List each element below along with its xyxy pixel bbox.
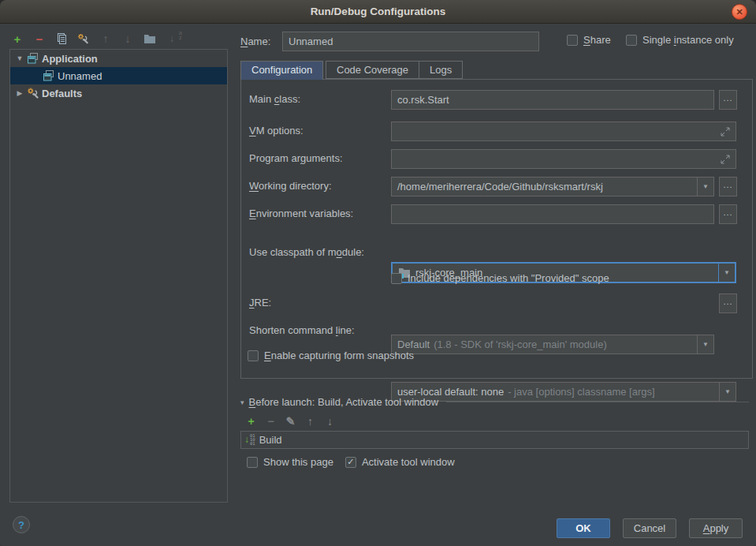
jre-hint: (1.8 - SDK of 'rskj-core_main' module) (434, 338, 607, 350)
capture-snapshots-checkbox[interactable]: Enable capturing form snapshots (248, 350, 414, 361)
program-arguments-input[interactable] (391, 149, 736, 169)
main-class-input[interactable]: co.rsk.Start (391, 90, 714, 110)
checkbox-box[interactable] (247, 457, 258, 468)
new-folder-icon[interactable] (143, 32, 156, 45)
include-provided-checkbox[interactable]: Include dependencies with "Provided" sco… (391, 272, 609, 284)
share-label: Share (583, 34, 611, 46)
checkbox-box[interactable] (248, 350, 259, 361)
before-launch-task-list: ↓ 01 10 01 Build (240, 431, 749, 449)
program-arguments-label: Program arguments: (249, 152, 343, 164)
capture-snapshots-label: Enable capturing form snapshots (264, 350, 414, 361)
apply-button[interactable]: Apply (689, 518, 743, 538)
tree-item-defaults[interactable]: ▶ Defaults (10, 84, 227, 102)
classpath-module-label: Use classpath of module: (249, 246, 364, 258)
ok-button[interactable]: OK (557, 518, 610, 538)
chevron-expanded-icon[interactable]: ▼ (13, 54, 26, 62)
tab-configuration[interactable]: Configuration (240, 61, 323, 80)
include-provided-label: Include dependencies with "Provided" sco… (408, 272, 609, 284)
checkbox-box[interactable] (391, 273, 402, 284)
main-class-browse-button[interactable]: ... (719, 90, 737, 110)
jre-label: JRE: (249, 297, 271, 309)
expand-editor-icon[interactable] (721, 127, 730, 136)
checkbox-box[interactable] (567, 35, 578, 46)
copy-configuration-icon[interactable] (55, 32, 68, 45)
close-button[interactable]: ✕ (732, 4, 747, 20)
section-divider (446, 402, 749, 402)
show-this-page-checkbox[interactable]: Show this page (247, 456, 333, 468)
dialog-title: Run/Debug Configurations (0, 0, 756, 23)
sort-configurations-icon[interactable]: ↓ a z (166, 32, 178, 45)
name-label: Name: (240, 36, 270, 47)
tree-item-label: Unnamed (56, 70, 102, 82)
configurations-tree: ▼ Application Unnamed ▶ (9, 49, 228, 503)
application-icon (42, 69, 56, 82)
add-configuration-icon[interactable]: + (11, 32, 24, 45)
move-task-down-icon[interactable]: ↓ (326, 415, 334, 428)
jre-browse-button[interactable]: ... (719, 294, 737, 313)
configuration-panel: Main class: co.rsk.Start ... VM options:… (240, 79, 753, 379)
run-debug-configurations-dialog: Run/Debug Configurations ✕ + − (0, 0, 756, 546)
close-icon: ✕ (736, 7, 743, 17)
working-directory-browse-button[interactable]: ... (719, 177, 737, 196)
remove-task-icon[interactable]: − (266, 415, 275, 428)
chevron-down-icon[interactable]: ▼ (697, 335, 713, 353)
before-launch-title: Before launch: Build, Activate tool wind… (249, 396, 439, 408)
application-icon (26, 52, 40, 65)
expand-editor-icon[interactable] (721, 155, 730, 164)
before-launch-toolbar: + − ✎ ↑ ↓ (247, 415, 334, 428)
title-bar: Run/Debug Configurations ✕ (0, 0, 756, 24)
vm-options-input[interactable] (391, 122, 736, 141)
task-build[interactable]: ↓ 01 10 01 Build (241, 432, 748, 448)
before-launch-options: Show this page ✓ Activate tool window (247, 456, 455, 468)
chevron-collapsed-icon[interactable]: ▶ (13, 89, 26, 97)
tree-item-unnamed[interactable]: Unnamed (10, 67, 227, 84)
remove-configuration-icon[interactable]: − (33, 32, 46, 45)
tree-item-label: Application (40, 53, 98, 65)
chevron-down-icon[interactable]: ▼ (718, 264, 735, 282)
section-collapse-icon[interactable]: ▾ (240, 398, 244, 406)
environment-variables-label: Environment variables: (249, 208, 353, 219)
jre-combobox[interactable]: Default (1.8 - SDK of 'rskj-core_main' m… (391, 335, 714, 354)
tab-code-coverage[interactable]: Code Coverage (326, 61, 419, 79)
show-this-page-label: Show this page (263, 456, 333, 468)
main-class-label: Main class: (249, 93, 300, 105)
edit-defaults-icon[interactable] (77, 32, 90, 45)
move-up-icon[interactable]: ↑ (99, 32, 112, 45)
environment-variables-input[interactable] (391, 204, 714, 224)
edit-task-icon[interactable]: ✎ (286, 415, 295, 428)
working-directory-combobox[interactable]: /home/meriherrera/Code/Github/rsksmart/r… (391, 177, 714, 196)
add-task-icon[interactable]: + (247, 415, 255, 428)
cancel-button[interactable]: Cancel (623, 518, 676, 538)
share-checkbox[interactable]: Share (567, 34, 611, 46)
task-build-label: Build (259, 434, 282, 446)
move-down-icon[interactable]: ↓ (121, 32, 134, 45)
working-directory-label: Working directory: (249, 180, 332, 192)
help-button[interactable]: ? (13, 516, 30, 533)
help-icon: ? (18, 519, 24, 531)
check-icon: ✓ (347, 457, 354, 467)
before-launch-section-header[interactable]: ▾ Before launch: Build, Activate tool wi… (240, 396, 749, 408)
compile-icon: ↓ 01 10 01 (244, 434, 255, 445)
tree-item-label: Defaults (40, 88, 82, 99)
activate-tool-window-checkbox[interactable]: ✓ Activate tool window (345, 456, 455, 468)
defaults-wrench-icon (26, 87, 40, 99)
single-instance-label: Single instance only (642, 34, 734, 46)
vm-options-label: VM options: (249, 125, 304, 136)
tree-item-application[interactable]: ▼ Application (10, 50, 227, 67)
checkbox-box-checked[interactable]: ✓ (345, 457, 356, 468)
shorten-command-line-label: Shorten command line: (249, 324, 355, 336)
environment-variables-browse-button[interactable]: ... (719, 204, 737, 224)
chevron-down-icon[interactable]: ▼ (697, 178, 713, 196)
tab-logs[interactable]: Logs (419, 61, 463, 79)
single-instance-checkbox[interactable]: Single instance only (626, 34, 734, 46)
checkbox-box[interactable] (626, 35, 637, 46)
activate-tool-window-label: Activate tool window (362, 456, 455, 468)
move-task-up-icon[interactable]: ↑ (306, 415, 315, 428)
name-input[interactable]: Unnamed (282, 32, 539, 51)
configurations-toolbar: + − ↑ ↓ ↓ (11, 30, 178, 47)
